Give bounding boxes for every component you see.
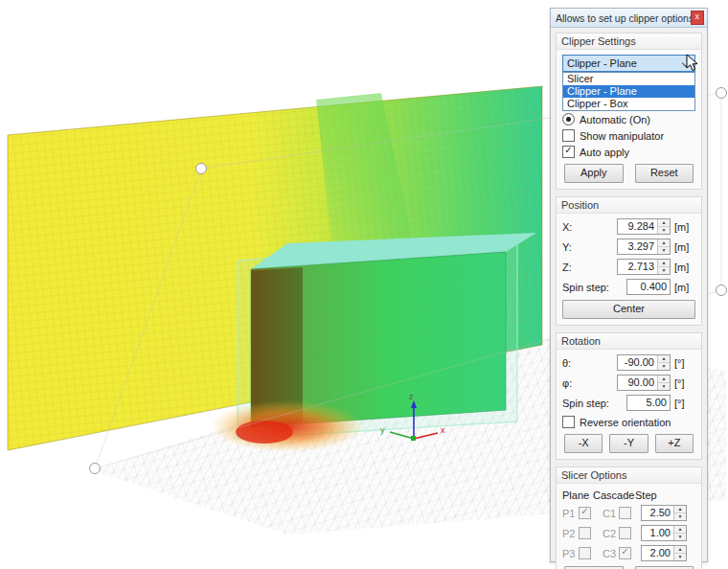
show-manipulator-label: Show manipulator: [580, 130, 664, 142]
position-z-input[interactable]: 2.713: [617, 259, 671, 275]
clipper-settings-group: Clipper Settings Clipper - Plane Slicer …: [556, 33, 702, 190]
unit-label: [°]: [671, 377, 695, 389]
spin-up-button[interactable]: [674, 506, 686, 513]
apply-button[interactable]: Apply: [564, 164, 624, 183]
plus-z-button[interactable]: +Z: [655, 434, 694, 453]
clipper-panel: Allows to set up clipper options. x Clip…: [550, 8, 708, 562]
step-3-input[interactable]: 2.00: [641, 545, 687, 561]
auto-apply-checkbox[interactable]: [562, 146, 575, 158]
spin-down-button[interactable]: [674, 513, 686, 520]
reverse-orientation-checkbox[interactable]: [562, 416, 575, 428]
spin-down-button[interactable]: [658, 267, 670, 274]
spinner: [657, 355, 670, 370]
unit-label: [°]: [671, 357, 695, 369]
rotation-theta-input[interactable]: -90.00: [617, 354, 671, 371]
spin-down-button[interactable]: [658, 227, 670, 234]
spin-up-button[interactable]: [674, 526, 686, 534]
spin-up-button[interactable]: [658, 355, 670, 363]
dropdown-option-slicer[interactable]: Slicer: [563, 73, 694, 85]
center-button[interactable]: Center: [562, 300, 695, 319]
close-button[interactable]: x: [691, 11, 704, 25]
panel-title: Allows to set up clipper options.: [556, 12, 691, 24]
unit-label: [m]: [671, 262, 695, 273]
minus-y-button[interactable]: -Y: [609, 434, 648, 453]
spin-up-button[interactable]: [658, 260, 670, 267]
show-manipulator-checkbox[interactable]: [562, 129, 575, 142]
clip-plane-handle[interactable]: [717, 88, 727, 99]
spin-up-button[interactable]: [674, 546, 686, 554]
slicer-options-group: Slicer Options Plane Cascade Step P1 C1: [556, 467, 702, 569]
position-z-label: Z:: [562, 262, 617, 273]
rotation-spin-step-label: Spin step:: [562, 398, 626, 409]
rotation-spin-step-input[interactable]: 5.00: [626, 395, 671, 411]
spin-up-button[interactable]: [658, 239, 670, 247]
group-label-rotation: Rotation: [557, 333, 701, 350]
minus-x-button[interactable]: -X: [564, 434, 603, 453]
reverse-orientation-row[interactable]: Reverse orientation: [562, 415, 695, 429]
spin-down-button[interactable]: [658, 247, 670, 254]
cascade-2-checkbox[interactable]: [619, 527, 631, 539]
unit-label: [m]: [671, 221, 695, 233]
cascade-3-checkbox[interactable]: [619, 547, 631, 559]
position-group: Position X: 9.284 [m] Y: 3.297: [556, 196, 702, 326]
step-2-input[interactable]: 1.00: [641, 525, 687, 541]
clip-plane-handle[interactable]: [196, 164, 207, 174]
clipper-type-dropdown-list: Slicer Clipper - Plane Clipper - Box: [562, 72, 695, 111]
unit-label: [m]: [671, 241, 695, 253]
axis-z-label: z: [409, 392, 414, 401]
spin-down-button[interactable]: [658, 363, 670, 370]
plane-3-checkbox[interactable]: [579, 547, 591, 559]
spinner: [657, 219, 670, 234]
group-label-position: Position: [557, 197, 701, 214]
cascade-1-checkbox[interactable]: [619, 507, 631, 519]
rotation-phi-input[interactable]: 90.00: [617, 375, 671, 391]
combobox-value: Clipper - Plane: [567, 57, 682, 69]
slicer-header-row: Plane Cascade Step: [562, 489, 695, 501]
clipper-type-combobox[interactable]: Clipper - Plane: [562, 55, 695, 72]
automatic-radio-row[interactable]: Automatic (On): [562, 112, 695, 126]
panel-titlebar[interactable]: Allows to set up clipper options. x: [551, 9, 707, 28]
unit-label: [°]: [671, 398, 695, 409]
rotation-group: Rotation θ: -90.00 [°] φ: 90.00: [556, 332, 702, 460]
plane-3-label: P3: [562, 548, 579, 559]
dropdown-option-clipper-box[interactable]: Clipper - Box: [563, 98, 694, 110]
position-x-input[interactable]: 9.284: [617, 218, 671, 235]
reset-button[interactable]: Reset: [635, 164, 694, 183]
reverse-orientation-label: Reverse orientation: [580, 417, 671, 428]
position-spin-step-input[interactable]: 0.400: [626, 279, 671, 295]
plane-1-checkbox[interactable]: [579, 507, 591, 519]
plane-2-checkbox[interactable]: [579, 527, 591, 539]
cascade-2-label: C2: [603, 528, 619, 539]
mouse-cursor: [686, 54, 699, 73]
group-label-slicer-options: Slicer Options: [557, 467, 701, 484]
spin-up-button[interactable]: [658, 219, 670, 227]
spinner: [657, 376, 670, 390]
app-window: z x y Allows to set up clipper options. …: [0, 0, 728, 569]
spinner: [673, 526, 686, 540]
show-manipulator-row[interactable]: Show manipulator: [562, 128, 695, 143]
plane-2-label: P2: [562, 528, 579, 539]
auto-apply-label: Auto apply: [580, 147, 629, 158]
red-contour-zone: [211, 400, 364, 452]
rotation-theta-label: θ:: [562, 357, 617, 369]
spinner: [657, 239, 670, 254]
slicer-row-1: P1 C1 2.50: [562, 505, 695, 521]
spinner: [657, 260, 670, 274]
position-y-label: Y:: [562, 241, 617, 253]
step-1-input[interactable]: 2.50: [641, 505, 687, 521]
spin-down-button[interactable]: [674, 554, 686, 560]
automatic-label: Automatic (On): [580, 114, 650, 125]
automatic-radio[interactable]: [562, 113, 575, 125]
axis-y-label: y: [380, 425, 385, 435]
clip-plane-handle[interactable]: [90, 464, 101, 474]
auto-apply-row[interactable]: Auto apply: [562, 145, 695, 159]
position-y-input[interactable]: 3.297: [617, 239, 671, 255]
clip-plane-handle[interactable]: [717, 285, 727, 296]
cascade-1-label: C1: [603, 508, 619, 519]
spin-down-button[interactable]: [658, 383, 670, 390]
position-x-label: X:: [562, 221, 617, 233]
dropdown-option-clipper-plane[interactable]: Clipper - Plane: [563, 85, 694, 98]
spinner: [673, 506, 686, 520]
spin-up-button[interactable]: [658, 376, 670, 383]
spin-down-button[interactable]: [674, 534, 686, 540]
